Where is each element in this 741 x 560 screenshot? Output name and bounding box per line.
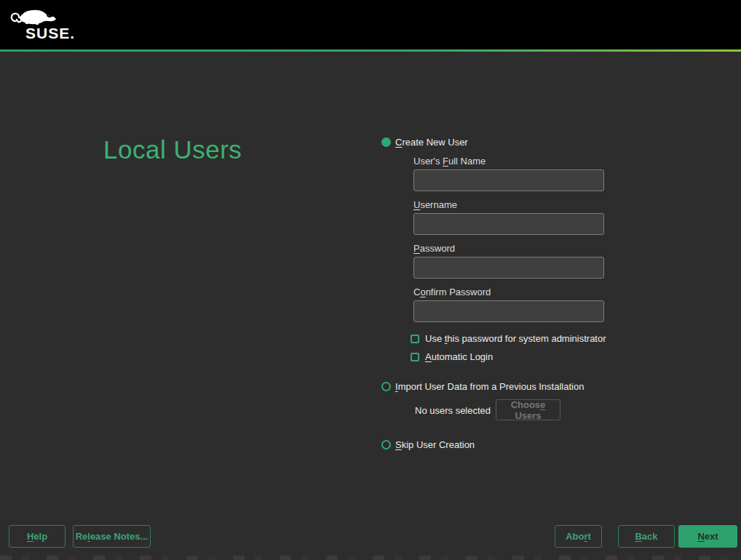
checkbox-automatic-login-label: Automatic Login [425, 351, 493, 362]
username-input[interactable] [413, 213, 604, 235]
username-label: Username [413, 199, 457, 211]
help-button[interactable]: Help [9, 525, 66, 548]
page-title: Local Users [103, 135, 242, 164]
back-button[interactable]: Back [618, 525, 675, 548]
checkbox-unchecked-icon[interactable] [411, 335, 419, 343]
release-notes-button-label: Release Notes... [76, 531, 148, 542]
radio-import-user-data[interactable]: Import User Data from a Previous Install… [381, 381, 584, 392]
brand-text: SUSE. [25, 25, 75, 42]
radio-unselected-icon[interactable] [381, 382, 391, 391]
abort-button[interactable]: Abort [555, 525, 602, 548]
release-notes-button[interactable]: Release Notes... [73, 525, 151, 548]
suse-logo: SUSE. [8, 6, 74, 44]
checkbox-automatic-login[interactable]: Automatic Login [411, 351, 493, 362]
full-name-input[interactable] [413, 169, 604, 191]
clipped-bottom-row [0, 556, 741, 560]
checkbox-use-password-for-admin[interactable]: Use this password for system administrat… [411, 333, 606, 344]
radio-import-user-data-label: Import User Data from a Previous Install… [395, 381, 584, 392]
radio-skip-user-creation-label: Skip User Creation [395, 439, 475, 450]
confirm-password-label: Confirm Password [413, 287, 491, 298]
radio-skip-user-creation[interactable]: Skip User Creation [381, 439, 475, 450]
radio-unselected-icon[interactable] [381, 440, 391, 449]
radio-create-new-user[interactable]: Create New User [381, 137, 468, 148]
header-bar: SUSE. [0, 0, 741, 49]
no-users-selected-status: No users selected [415, 405, 491, 416]
chameleon-icon [8, 6, 65, 25]
radio-selected-icon[interactable] [381, 137, 391, 147]
password-label: Password [413, 243, 455, 255]
radio-create-new-user-label: Create New User [395, 137, 468, 148]
checkbox-unchecked-icon[interactable] [411, 353, 419, 361]
password-input[interactable] [413, 257, 604, 279]
back-button-label: Back [635, 531, 657, 542]
full-name-label: User's Full Name [413, 156, 486, 167]
choose-users-button[interactable]: Choose Users [496, 399, 560, 420]
checkbox-use-password-for-admin-label: Use this password for system administrat… [425, 333, 606, 344]
abort-button-label: Abort [566, 531, 591, 542]
next-button[interactable]: Next [678, 525, 737, 548]
next-button-label: Next [697, 531, 718, 542]
choose-users-button-label: Choose Users [496, 399, 560, 421]
help-button-label: Help [27, 531, 47, 542]
header-accent-line [0, 49, 741, 52]
confirm-password-input[interactable] [413, 300, 604, 322]
